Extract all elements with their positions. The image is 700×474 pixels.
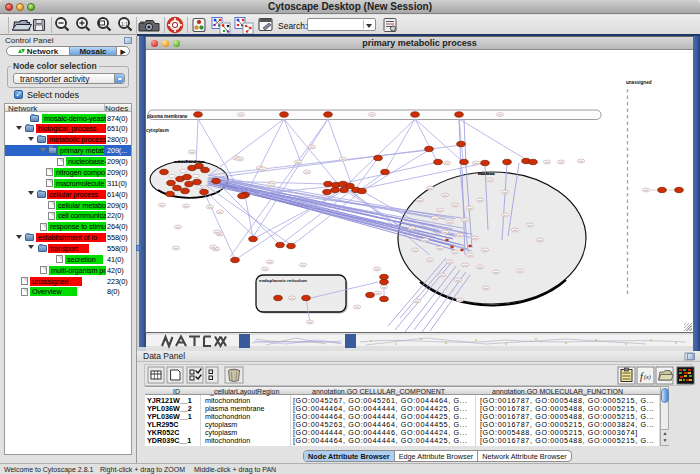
svg-text:cytoplasm: cytoplasm <box>146 128 169 133</box>
svg-text:(x): (x) <box>644 374 651 381</box>
svg-text:1:1: 1:1 <box>121 21 128 27</box>
svg-text:nucleus: nucleus <box>478 171 495 176</box>
svg-text:unassigned: unassigned <box>626 80 652 85</box>
svg-text:plasma membrane: plasma membrane <box>147 114 188 119</box>
svg-text:endoplasmic reticulum: endoplasmic reticulum <box>259 278 307 283</box>
svg-text:mitochondrion: mitochondrion <box>174 159 205 164</box>
